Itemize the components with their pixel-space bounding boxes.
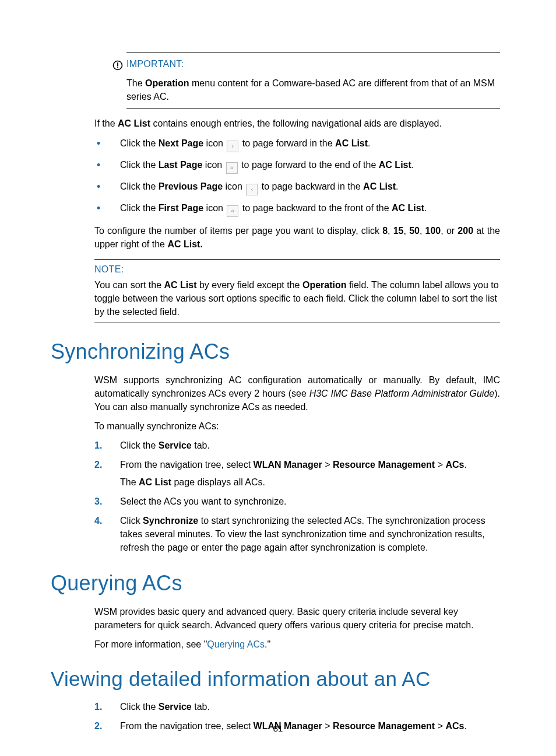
text: to page backward in the: [259, 181, 363, 191]
page-number: 81: [0, 723, 556, 733]
text: to page forward to the end of the: [239, 160, 379, 170]
page: IMPORTANT: The Operation menu content fo…: [0, 0, 556, 756]
step-number: 3.: [94, 495, 110, 508]
link-querying-acs[interactable]: Querying ACs: [207, 639, 265, 649]
text-bold: AC List.: [167, 239, 202, 249]
text: Select the ACs you want to synchronize.: [120, 496, 286, 506]
note-block: NOTE: You can sort the AC List by every …: [94, 259, 500, 323]
heading-viewing-detailed-info: Viewing detailed information about an AC: [51, 667, 500, 691]
nav-intro: If the AC List contains enough entries, …: [94, 117, 500, 130]
important-body: The Operation menu content for a Comware…: [126, 76, 500, 103]
sync-steps: 1. Click the Service tab. 2. From the na…: [94, 439, 500, 554]
sync-content: WSM supports synchronizing AC configurat…: [94, 373, 500, 555]
text: For more information, see ": [94, 639, 207, 649]
text-bold: 15: [393, 226, 404, 236]
list-item: 1. Click the Service tab.: [94, 439, 500, 452]
text-bold: ACs: [445, 460, 464, 470]
text: Click: [120, 516, 143, 526]
text-bold: Operation: [302, 280, 347, 290]
text: .: [411, 160, 414, 170]
text: .: [424, 203, 427, 213]
important-label: IMPORTANT:: [126, 59, 184, 69]
text-bold: AC List: [139, 477, 171, 487]
text: You can sort the: [94, 280, 164, 290]
heading-querying-acs: Querying ACs: [51, 571, 500, 596]
text: >: [322, 460, 333, 470]
note-label: NOTE:: [94, 264, 500, 275]
content-block: If the AC List contains enough entries, …: [94, 117, 500, 251]
sync-intro: WSM supports synchronizing AC configurat…: [94, 373, 500, 414]
text: contains enough entries, the following n…: [150, 118, 442, 128]
svg-rect-2: [117, 66, 118, 68]
text: icon: [203, 203, 226, 213]
text: .": [265, 639, 270, 649]
text-bold: AC List: [118, 118, 150, 128]
text: tab.: [192, 440, 210, 450]
text-bold: AC List: [392, 203, 424, 213]
important-icon: [112, 60, 123, 73]
list-item: 4. Click Synchronize to start synchroniz…: [94, 514, 500, 555]
step-number: 2.: [94, 458, 110, 471]
text: Click the: [120, 203, 159, 213]
text: icon: [223, 181, 245, 191]
text: ,: [388, 226, 393, 236]
sync-lead: To manually synchronize ACs:: [94, 419, 500, 433]
important-rule-top: [126, 52, 500, 53]
step-subtext: The AC List page displays all ACs.: [120, 475, 500, 489]
text-italic: H3C IMC Base Platform Administrator Guid…: [309, 388, 495, 398]
text-bold: AC List: [379, 160, 411, 170]
text-bold: 8: [382, 226, 388, 236]
list-item: Click the Last Page icon » to page forwa…: [94, 158, 500, 174]
text: icon: [202, 160, 224, 170]
text-bold: Service: [159, 702, 192, 712]
text-bold: 200: [458, 226, 473, 236]
text: icon: [203, 138, 226, 148]
text-bold: AC List: [164, 280, 197, 290]
text: to page backward to the front of the: [240, 203, 392, 213]
text-bold: WLAN Manager: [254, 460, 322, 470]
text: The: [126, 78, 145, 88]
text: The: [120, 477, 139, 487]
note-body: You can sort the AC List by every field …: [94, 278, 500, 319]
step-number: 1.: [94, 700, 110, 713]
nav-bullet-list: Click the Next Page icon › to page forwa…: [94, 136, 500, 217]
list-item: 1. Click the Service tab.: [94, 700, 500, 713]
text-bold: Last Page: [159, 160, 203, 170]
pager-config-para: To configure the number of items per pag…: [94, 224, 500, 251]
text-bold: Next Page: [159, 138, 203, 148]
query-content: WSM provides basic query and advanced qu…: [94, 605, 500, 652]
text-bold: 50: [409, 226, 420, 236]
text: >: [435, 460, 445, 470]
last-page-icon: »: [226, 162, 238, 174]
text: ,: [420, 226, 425, 236]
text: Click the: [120, 138, 159, 148]
text: to page forward in the: [240, 138, 335, 148]
text: If the: [94, 118, 118, 128]
important-header-row: IMPORTANT:: [112, 59, 500, 73]
text: Click the: [120, 181, 159, 191]
text-bold: AC List: [363, 181, 396, 191]
text: Click the: [120, 160, 159, 170]
text-bold: 100: [425, 226, 441, 236]
step-number: 4.: [94, 514, 110, 527]
text: Click the: [120, 702, 159, 712]
text-bold: Operation: [145, 78, 189, 88]
text: .: [396, 181, 398, 191]
heading-synchronizing-acs: Synchronizing ACs: [51, 340, 500, 364]
text: .: [464, 460, 466, 470]
first-page-icon: «: [227, 205, 238, 217]
text: From the navigation tree, select: [120, 460, 254, 470]
text: page displays all ACs.: [171, 477, 265, 487]
text-bold: Synchronize: [143, 516, 198, 526]
text: Click the: [120, 440, 159, 450]
text-bold: First Page: [159, 203, 203, 213]
text: To configure the number of items per pag…: [94, 226, 382, 236]
query-intro: WSM provides basic query and advanced qu…: [94, 605, 500, 632]
list-item: 3. Select the ACs you want to synchroniz…: [94, 495, 500, 508]
important-rule-bottom: [126, 108, 500, 108]
list-item: 2. From the navigation tree, select WLAN…: [94, 458, 500, 488]
query-more-info: For more information, see "Querying ACs.…: [94, 638, 500, 651]
list-item: Click the Next Page icon › to page forwa…: [94, 136, 500, 152]
step-number: 1.: [94, 439, 110, 452]
text: tab.: [192, 702, 210, 712]
